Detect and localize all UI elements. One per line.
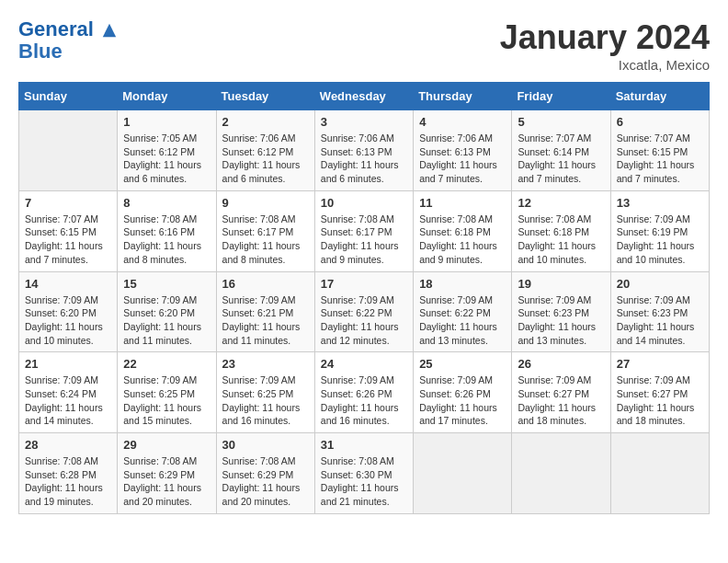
day-cell: 11Sunrise: 7:08 AM Sunset: 6:18 PM Dayli…: [414, 190, 512, 271]
location-text: Ixcatla, Mexico: [500, 57, 710, 73]
day-number: 18: [419, 277, 506, 291]
day-number: 21: [25, 357, 111, 371]
day-number: 17: [321, 277, 407, 291]
day-number: 19: [518, 277, 604, 291]
week-row-3: 14Sunrise: 7:09 AM Sunset: 6:20 PM Dayli…: [19, 271, 710, 352]
day-info: Sunrise: 7:09 AM Sunset: 6:26 PM Dayligh…: [321, 373, 407, 428]
day-cell: 13Sunrise: 7:09 AM Sunset: 6:19 PM Dayli…: [610, 190, 709, 271]
day-info: Sunrise: 7:05 AM Sunset: 6:12 PM Dayligh…: [123, 132, 210, 186]
week-row-5: 28Sunrise: 7:08 AM Sunset: 6:28 PM Dayli…: [19, 433, 710, 514]
day-number: 20: [617, 277, 703, 291]
day-number: 14: [25, 277, 111, 291]
logo: General Blue: [18, 18, 118, 63]
day-cell: 25Sunrise: 7:09 AM Sunset: 6:26 PM Dayli…: [414, 352, 512, 433]
day-cell: 12Sunrise: 7:08 AM Sunset: 6:18 PM Dayli…: [512, 190, 610, 271]
day-info: Sunrise: 7:08 AM Sunset: 6:29 PM Dayligh…: [222, 454, 309, 509]
day-cell: [19, 110, 118, 191]
day-number: 1: [123, 115, 210, 129]
week-row-1: 1Sunrise: 7:05 AM Sunset: 6:12 PM Daylig…: [19, 110, 710, 191]
header-cell-friday: Friday: [512, 83, 610, 110]
day-number: 31: [321, 438, 407, 452]
day-number: 9: [222, 196, 309, 210]
day-cell: 5Sunrise: 7:07 AM Sunset: 6:14 PM Daylig…: [512, 110, 610, 191]
calendar-table: SundayMondayTuesdayWednesdayThursdayFrid…: [18, 82, 710, 514]
day-info: Sunrise: 7:09 AM Sunset: 6:23 PM Dayligh…: [617, 293, 703, 348]
day-cell: 16Sunrise: 7:09 AM Sunset: 6:21 PM Dayli…: [216, 271, 314, 352]
day-info: Sunrise: 7:06 AM Sunset: 6:13 PM Dayligh…: [321, 132, 407, 186]
day-info: Sunrise: 7:09 AM Sunset: 6:22 PM Dayligh…: [321, 293, 407, 348]
day-info: Sunrise: 7:09 AM Sunset: 6:27 PM Dayligh…: [617, 373, 703, 428]
day-cell: 29Sunrise: 7:08 AM Sunset: 6:29 PM Dayli…: [118, 433, 216, 514]
day-cell: 14Sunrise: 7:09 AM Sunset: 6:20 PM Dayli…: [19, 271, 118, 352]
day-cell: 22Sunrise: 7:09 AM Sunset: 6:25 PM Dayli…: [118, 352, 216, 433]
day-info: Sunrise: 7:09 AM Sunset: 6:25 PM Dayligh…: [222, 373, 309, 428]
day-number: 13: [617, 196, 703, 210]
day-cell: 20Sunrise: 7:09 AM Sunset: 6:23 PM Dayli…: [610, 271, 709, 352]
svg-marker-0: [103, 24, 116, 37]
day-number: 7: [25, 196, 111, 210]
day-number: 30: [222, 438, 309, 452]
day-cell: 9Sunrise: 7:08 AM Sunset: 6:17 PM Daylig…: [216, 190, 314, 271]
day-cell: 1Sunrise: 7:05 AM Sunset: 6:12 PM Daylig…: [118, 110, 216, 191]
day-info: Sunrise: 7:09 AM Sunset: 6:23 PM Dayligh…: [518, 293, 604, 348]
day-info: Sunrise: 7:08 AM Sunset: 6:28 PM Dayligh…: [25, 454, 111, 509]
day-info: Sunrise: 7:09 AM Sunset: 6:24 PM Dayligh…: [25, 373, 111, 428]
header-cell-thursday: Thursday: [414, 83, 512, 110]
day-cell: 15Sunrise: 7:09 AM Sunset: 6:20 PM Dayli…: [118, 271, 216, 352]
week-row-2: 7Sunrise: 7:07 AM Sunset: 6:15 PM Daylig…: [19, 190, 710, 271]
day-cell: 10Sunrise: 7:08 AM Sunset: 6:17 PM Dayli…: [314, 190, 413, 271]
day-info: Sunrise: 7:07 AM Sunset: 6:15 PM Dayligh…: [25, 213, 111, 267]
header-cell-saturday: Saturday: [610, 83, 709, 110]
page-header: General Blue January 2024 Ixcatla, Mexic…: [18, 18, 710, 73]
day-number: 26: [518, 357, 604, 371]
day-cell: 26Sunrise: 7:09 AM Sunset: 6:27 PM Dayli…: [512, 352, 610, 433]
day-info: Sunrise: 7:08 AM Sunset: 6:18 PM Dayligh…: [419, 213, 506, 267]
header-cell-monday: Monday: [118, 83, 216, 110]
day-cell: 31Sunrise: 7:08 AM Sunset: 6:30 PM Dayli…: [314, 433, 413, 514]
header-cell-wednesday: Wednesday: [314, 83, 413, 110]
day-number: 24: [321, 357, 407, 371]
day-info: Sunrise: 7:09 AM Sunset: 6:20 PM Dayligh…: [123, 293, 210, 348]
day-info: Sunrise: 7:07 AM Sunset: 6:15 PM Dayligh…: [617, 132, 703, 186]
day-cell: 4Sunrise: 7:06 AM Sunset: 6:13 PM Daylig…: [414, 110, 512, 191]
day-cell: 19Sunrise: 7:09 AM Sunset: 6:23 PM Dayli…: [512, 271, 610, 352]
day-cell: 30Sunrise: 7:08 AM Sunset: 6:29 PM Dayli…: [216, 433, 314, 514]
day-cell: 17Sunrise: 7:09 AM Sunset: 6:22 PM Dayli…: [314, 271, 413, 352]
day-info: Sunrise: 7:09 AM Sunset: 6:25 PM Dayligh…: [123, 373, 210, 428]
day-info: Sunrise: 7:09 AM Sunset: 6:22 PM Dayligh…: [419, 293, 506, 348]
day-info: Sunrise: 7:08 AM Sunset: 6:18 PM Dayligh…: [518, 213, 604, 267]
day-info: Sunrise: 7:08 AM Sunset: 6:17 PM Dayligh…: [222, 213, 309, 267]
day-cell: 3Sunrise: 7:06 AM Sunset: 6:13 PM Daylig…: [314, 110, 413, 191]
day-number: 28: [25, 438, 111, 452]
day-number: 15: [123, 277, 210, 291]
day-info: Sunrise: 7:09 AM Sunset: 6:20 PM Dayligh…: [25, 293, 111, 348]
day-number: 3: [321, 115, 407, 129]
day-number: 25: [419, 357, 506, 371]
day-cell: 8Sunrise: 7:08 AM Sunset: 6:16 PM Daylig…: [118, 190, 216, 271]
header-cell-sunday: Sunday: [19, 83, 118, 110]
day-number: 27: [617, 357, 703, 371]
day-number: 6: [617, 115, 703, 129]
day-cell: [610, 433, 709, 514]
week-row-4: 21Sunrise: 7:09 AM Sunset: 6:24 PM Dayli…: [19, 352, 710, 433]
header-row: SundayMondayTuesdayWednesdayThursdayFrid…: [19, 83, 710, 110]
day-info: Sunrise: 7:06 AM Sunset: 6:12 PM Dayligh…: [222, 132, 309, 186]
day-number: 11: [419, 196, 506, 210]
day-cell: [414, 433, 512, 514]
day-cell: 23Sunrise: 7:09 AM Sunset: 6:25 PM Dayli…: [216, 352, 314, 433]
day-cell: 21Sunrise: 7:09 AM Sunset: 6:24 PM Dayli…: [19, 352, 118, 433]
day-number: 4: [419, 115, 506, 129]
day-info: Sunrise: 7:06 AM Sunset: 6:13 PM Dayligh…: [419, 132, 506, 186]
day-info: Sunrise: 7:08 AM Sunset: 6:29 PM Dayligh…: [123, 454, 210, 509]
day-number: 22: [123, 357, 210, 371]
day-info: Sunrise: 7:09 AM Sunset: 6:19 PM Dayligh…: [617, 213, 703, 267]
header-cell-tuesday: Tuesday: [216, 83, 314, 110]
day-cell: 24Sunrise: 7:09 AM Sunset: 6:26 PM Dayli…: [314, 352, 413, 433]
day-cell: 28Sunrise: 7:08 AM Sunset: 6:28 PM Dayli…: [19, 433, 118, 514]
day-cell: [512, 433, 610, 514]
logo-text: General: [18, 18, 118, 40]
logo-text-blue: Blue: [18, 40, 118, 63]
day-cell: 2Sunrise: 7:06 AM Sunset: 6:12 PM Daylig…: [216, 110, 314, 191]
day-cell: 7Sunrise: 7:07 AM Sunset: 6:15 PM Daylig…: [19, 190, 118, 271]
day-number: 8: [123, 196, 210, 210]
